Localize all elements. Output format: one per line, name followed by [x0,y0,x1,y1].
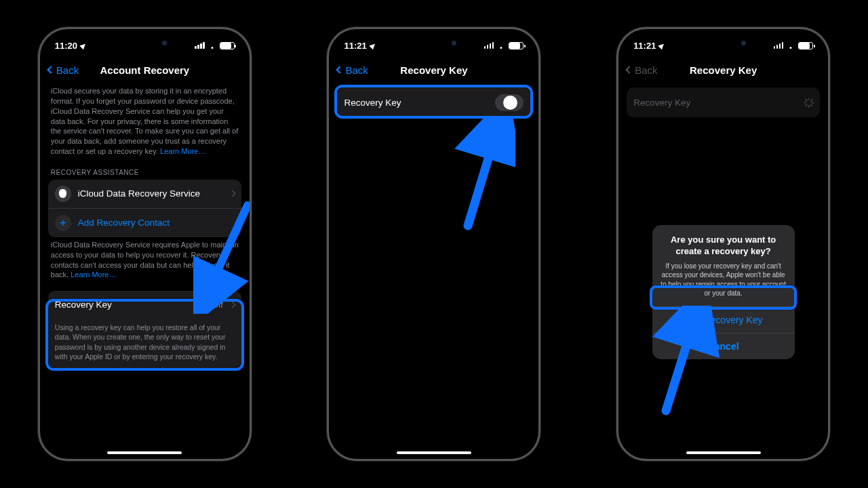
phone-account-recovery: 11:20 Back Account Recovery iCloud secur… [38,27,252,461]
icloud-data-recovery-row[interactable]: iCloud Data Recovery Service [48,180,241,208]
recovery-key-group: Recovery Key Off Using a recovery key ca… [48,291,241,368]
notch [390,35,478,51]
add-contact-label: Add Recovery Contact [78,218,235,228]
content-area: Recovery Key [337,83,530,447]
recovery-assistance-header: RECOVERY ASSISTANCE [48,158,241,180]
power-button[interactable] [829,138,830,185]
notch [100,35,189,51]
use-recovery-key-button[interactable]: Use Recovery Key [652,306,795,333]
icloud-row-label: iCloud Data Recovery Service [78,188,223,199]
assist-learn-more-link[interactable]: Learn More… [71,270,116,279]
cellular-icon [484,42,494,49]
power-button[interactable] [539,138,540,185]
wifi-icon [208,42,217,49]
status-time: 11:21 [344,41,366,51]
dialog-body: If you lose your recovery key and can't … [652,262,795,306]
recovery-key-toggle[interactable] [495,94,524,111]
intro-description: iCloud secures your data by storing it i… [48,83,241,158]
learn-more-link[interactable]: Learn More… [160,147,205,155]
volume-down[interactable] [38,178,39,211]
recovery-assistance-group: iCloud Data Recovery Service + Add Recov… [48,180,241,237]
home-indicator[interactable] [686,451,761,454]
nav-bar: Back Recovery Key [337,59,530,81]
wifi-icon [496,42,506,49]
mute-switch[interactable] [38,104,39,123]
intro-text: iCloud secures your data by storing it i… [51,87,238,155]
content-area: iCloud secures your data by storing it i… [48,83,241,447]
home-indicator[interactable] [107,451,182,454]
wifi-icon [786,42,795,49]
add-recovery-contact-row[interactable]: + Add Recovery Contact [48,208,241,237]
back-label: Back [635,64,657,76]
volume-up[interactable] [327,138,328,170]
chevron-left-icon [336,66,344,73]
cellular-icon [774,42,784,49]
location-icon [369,41,376,49]
power-button[interactable] [250,138,252,185]
nav-bar: Back Account Recovery [48,59,241,81]
cancel-button[interactable]: Cancel [652,333,795,359]
mute-switch[interactable] [616,104,618,123]
plus-icon: + [55,215,71,231]
recovery-key-value: Off [212,300,223,310]
notch [679,35,768,51]
volume-up[interactable] [616,138,618,170]
chevron-left-icon [47,66,54,73]
back-button[interactable]: Back [48,64,79,76]
recovery-key-toggle-row[interactable]: Recovery Key [337,87,530,117]
volume-down[interactable] [616,178,618,211]
dialog-backdrop: Are you sure you want to create a recove… [627,83,820,447]
volume-down[interactable] [327,178,328,211]
battery-icon [220,42,235,49]
dialog-title: Are you sure you want to create a recove… [652,235,795,262]
battery-icon [509,42,524,49]
volume-up[interactable] [38,138,39,170]
back-label: Back [345,64,368,76]
battery-icon [798,42,813,49]
status-time: 11:21 [633,41,656,51]
confirm-recovery-key-dialog: Are you sure you want to create a recove… [652,225,795,359]
apple-icon [55,186,71,202]
chevron-right-icon [229,301,235,308]
phone-recovery-key-toggle: 11:21 Back Recovery Key Recovery Key [327,27,540,461]
cellular-icon [195,42,205,49]
chevron-left-icon [625,66,633,73]
toggle-label: Recovery Key [344,98,488,108]
back-label: Back [56,64,79,76]
recovery-key-row[interactable]: Recovery Key Off [48,291,241,318]
back-button-disabled: Back [627,64,657,76]
back-button[interactable]: Back [337,64,368,76]
phone-confirm-dialog: 11:21 Back Recovery Key Recovery Key [616,27,830,461]
recovery-key-description: Using a recovery key can help you restor… [48,318,241,368]
recovery-key-label: Recovery Key [55,300,205,310]
nav-bar: Back Recovery Key [627,59,820,81]
location-icon [79,41,87,49]
chevron-right-icon [229,190,235,197]
assistance-description: iCloud Data Recovery Service requires Ap… [48,237,241,281]
content-area: Recovery Key Are you sure you want to cr… [627,83,820,447]
mute-switch[interactable] [327,104,328,123]
status-time: 11:20 [55,41,77,51]
home-indicator[interactable] [397,451,471,454]
location-icon [658,41,666,49]
toggle-group: Recovery Key [337,87,530,117]
